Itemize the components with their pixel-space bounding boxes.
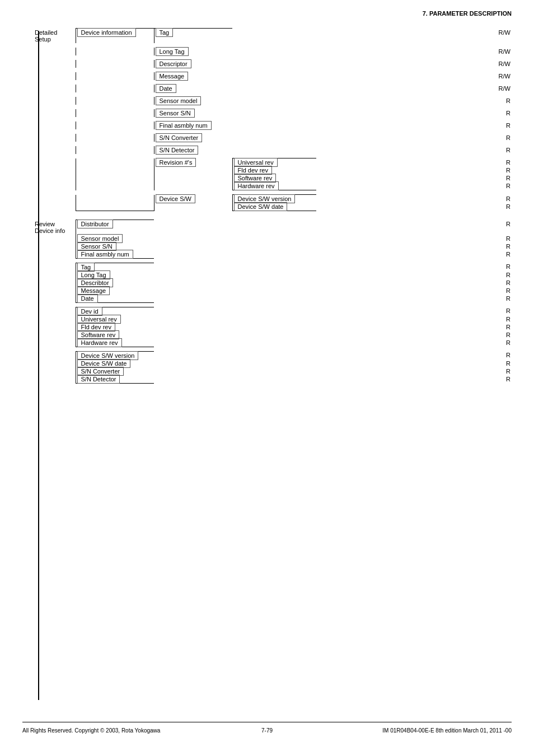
empty-col1 — [34, 195, 76, 203]
empty-cols — [154, 375, 316, 384]
empty-col1 — [34, 235, 76, 242]
empty-col1 — [34, 158, 76, 167]
rw-date: R/W — [316, 85, 512, 92]
final-asmbly2-label: Final asmbly num — [77, 250, 133, 259]
rw-date2: R — [316, 295, 512, 303]
rw-sensor-sn2: R — [316, 242, 512, 250]
spacer — [34, 43, 512, 48]
col-sn-converter2: S/N Converter — [76, 367, 154, 375]
final-asmbly-label: Final asmbly num — [156, 121, 212, 130]
empty-col2 — [76, 72, 154, 80]
sn-detector-label: S/N Detector — [156, 146, 199, 155]
empty-col1 — [34, 182, 76, 190]
rw-universal-rev: R — [316, 158, 512, 167]
empty-cols — [154, 367, 316, 375]
col-software-rev2: Software rev — [76, 331, 154, 339]
empty-cols — [154, 323, 316, 331]
empty-col1 — [34, 351, 76, 360]
empty-col2 — [76, 48, 154, 55]
empty-col-l2 — [154, 182, 232, 190]
empty-l3 — [232, 109, 316, 117]
footer-right: IM 01R04B04-00E-E 8th edition March 01, … — [382, 727, 512, 734]
empty-col2 — [76, 109, 154, 117]
table-row: Dev id R — [34, 307, 512, 315]
col-hardware-rev2: Hardware rev — [76, 339, 154, 347]
rw-tag: R/W — [316, 29, 512, 43]
empty-col2 — [76, 134, 154, 142]
spacer — [34, 68, 512, 72]
rw-descriptor: R/W — [316, 60, 512, 68]
param-layout-table: Detailed Setup Device information Tag R/… — [34, 28, 512, 384]
empty-col2 — [76, 146, 154, 154]
spacer — [34, 129, 512, 134]
col-l2-tag: Tag — [154, 29, 232, 43]
table-row: Describtor R — [34, 279, 512, 287]
empty-col2 — [76, 122, 154, 129]
empty-col1 — [34, 122, 76, 129]
empty-cols — [154, 287, 316, 295]
col-dev-id: Dev id — [76, 307, 154, 315]
rw-software-rev: R — [316, 174, 512, 182]
table-row: S/N Detector R — [34, 146, 512, 154]
empty-col1 — [34, 166, 76, 174]
table-row: S/N Detector R — [34, 375, 512, 384]
rw-tag2: R — [316, 263, 512, 271]
message-label: Message — [156, 72, 189, 81]
date2-label: Date — [77, 294, 98, 303]
table-row: Fld dev rev R — [34, 323, 512, 331]
col-long-tag2: Long Tag — [76, 271, 154, 279]
rw-device-sw-version: R — [316, 195, 512, 203]
col-date: Date — [154, 85, 232, 92]
footer-page: 7-79 — [261, 727, 273, 734]
empty-cols — [154, 250, 316, 259]
device-sw-date-label: Device S/W date — [234, 202, 288, 211]
empty-col1 — [34, 60, 76, 68]
rw-sn-detector: R — [316, 146, 512, 154]
spacer — [34, 80, 512, 85]
table-row: Sensor S/N R — [34, 242, 512, 250]
hardware-rev-label: Hardware rev — [234, 181, 279, 190]
empty-l3 — [232, 72, 316, 80]
distributor-label: Distributor — [77, 220, 113, 228]
table-row: Message R — [34, 287, 512, 295]
col-revision: Revision #'s — [154, 158, 232, 167]
empty-col1 — [34, 242, 76, 250]
rw-sensor-model2: R — [316, 235, 512, 242]
empty-col2-bottom — [76, 203, 154, 211]
empty-col1 — [34, 279, 76, 287]
empty-cols — [154, 360, 316, 367]
empty-cols — [154, 271, 316, 279]
col-sensor-sn2: Sensor S/N — [76, 242, 154, 250]
empty-l3 — [232, 122, 316, 129]
empty-l3 — [232, 97, 316, 105]
spacer — [34, 142, 512, 146]
empty-col1 — [34, 146, 76, 154]
table-row: Date R/W — [34, 85, 512, 92]
table-row: S/N Converter R — [34, 367, 512, 375]
revision-label: Revision #'s — [156, 158, 196, 167]
table-row: Final asmbly num R — [34, 250, 512, 259]
rw-fld-dev-rev2: R — [316, 323, 512, 331]
col-sensor-model: Sensor model — [154, 97, 232, 105]
col-hardware-rev: Hardware rev — [232, 182, 316, 190]
table-row: Software rev R — [34, 331, 512, 339]
spacer — [34, 105, 512, 109]
empty-col1 — [34, 250, 76, 259]
label-device-info: Device info — [35, 227, 65, 234]
table-row: Descriptor R/W — [34, 60, 512, 68]
empty-col1 — [34, 271, 76, 279]
col-distributor: Distributor — [76, 220, 154, 235]
empty-col1 — [34, 109, 76, 117]
rw-message2: R — [316, 287, 512, 295]
footer-center: 7-79 — [261, 727, 273, 734]
empty-l3 — [232, 60, 316, 68]
empty-col1 — [34, 263, 76, 271]
spacer — [34, 92, 512, 97]
empty-col1 — [34, 360, 76, 367]
sensor-sn-label: Sensor S/N — [156, 109, 195, 118]
descriptor-label: Descriptor — [156, 59, 191, 68]
col-detailed-setup: Detailed Setup — [34, 29, 76, 43]
table-row: Review Device info Distributor R — [34, 220, 512, 235]
empty-col1 — [34, 315, 76, 323]
footer-line — [22, 722, 512, 722]
